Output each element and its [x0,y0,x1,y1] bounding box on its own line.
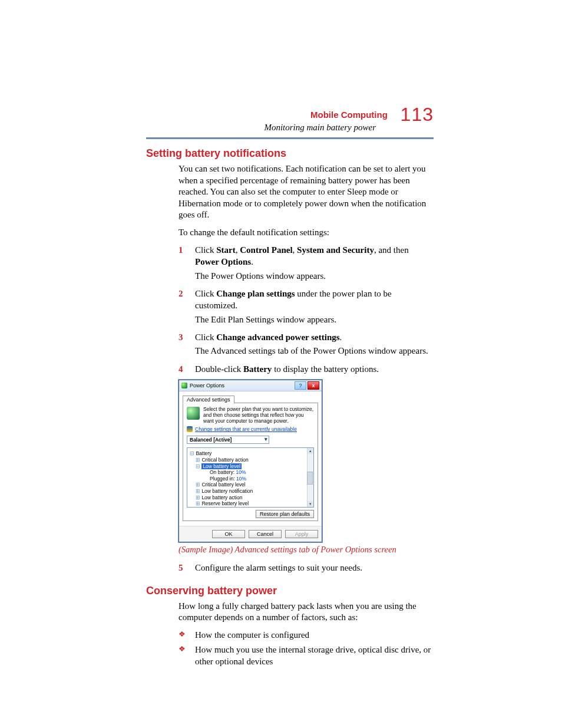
settings-tree[interactable]: ⊟ Battery ⊞ Critical battery action⊟ Low… [187,447,314,508]
scroll-up-icon[interactable]: ▴ [308,448,313,454]
dialog-title: Power Options [190,383,293,388]
step-number: 2 [178,288,195,312]
tree-item[interactable]: ⊞ Low battery notification [190,488,311,495]
power-icon [181,383,187,388]
ok-button[interactable]: OK [212,530,245,538]
step-2-result: The Edit Plan Settings window appears. [195,314,434,326]
tree-item[interactable]: On battery: 10% [190,469,311,476]
section2-intro: How long a fully charged battery pack la… [178,601,434,624]
step-number: 1 [178,244,195,268]
power-options-dialog: Power Options ? x Advanced settings Sele… [178,380,322,542]
tree-item[interactable]: ⊞ Reserve battery level [190,500,311,507]
step-3: 3 Click Change advanced power settings. [178,331,434,343]
header-rule [146,137,434,139]
bold-change-advanced: Change advanced power settings [216,332,339,342]
diamond-bullet-icon: ❖ [178,644,195,667]
section-subtitle: Monitoring main battery power [146,123,434,133]
dialog-titlebar[interactable]: Power Options ? x [179,380,322,391]
step-2: 2 Click Change plan settings under the p… [178,288,434,312]
bold-system-security: System and Security [297,245,374,255]
image-caption: (Sample Image) Advanced settings tab of … [178,545,434,555]
step-4: 4 Double-click Battery to display the ba… [178,363,434,375]
chapter-title: Mobile Computing [310,110,388,120]
bullet-text: How the computer is configured [195,630,434,641]
tree-item[interactable]: ⊞ Critical battery level [190,482,311,488]
bold-change-plan-settings: Change plan settings [216,289,295,298]
apply-button[interactable]: Apply [285,530,318,538]
step-3-result: The Advanced settings tab of the Power O… [195,345,434,357]
tab-advanced-settings[interactable]: Advanced settings [183,396,234,404]
step-number: 3 [178,331,195,343]
lead-in-text: To change the default notification setti… [178,227,434,239]
step-5: 5 Configure the alarm settings to suit y… [178,562,434,574]
plan-select[interactable]: Balanced [Active] [187,436,269,444]
tree-item[interactable]: ⊟ Low battery level [190,463,311,470]
scroll-down-icon[interactable]: ▾ [308,501,313,507]
step-text: Click [195,245,216,255]
power-plan-icon [187,407,200,420]
cancel-button[interactable]: Cancel [249,530,282,538]
heading-conserving-battery-power: Conserving battery power [146,585,434,597]
intro-paragraph: You can set two notifications. Each noti… [178,163,434,221]
step-number: 5 [178,562,195,574]
tree-item[interactable]: Plugged in: 10% [190,476,311,482]
scroll-thumb[interactable] [307,472,313,485]
step-1-result: The Power Options window appears. [195,271,434,282]
dialog-description: Select the power plan that you want to c… [203,407,314,424]
tree-root-battery[interactable]: Battery [196,450,211,456]
bold-start: Start [216,245,236,255]
tree-item[interactable]: ⊞ Critical battery action [190,457,311,463]
step-text: Configure the alarm settings to suit you… [195,562,434,574]
diamond-bullet-icon: ❖ [178,630,195,641]
tree-item[interactable]: ⊞ Low battery action [190,495,311,501]
shield-icon [187,426,193,432]
bold-control-panel: Control Panel [240,245,292,255]
page-number: 113 [401,104,434,125]
bold-battery: Battery [243,364,272,374]
step-number: 4 [178,363,195,375]
bullet-item: ❖How much you use the internal storage d… [178,644,434,667]
help-button[interactable]: ? [295,381,306,390]
close-button[interactable]: x [308,381,319,390]
restore-defaults-button[interactable]: Restore plan defaults [256,510,314,518]
bullet-item: ❖How the computer is configured [178,630,434,641]
heading-setting-battery-notifications: Setting battery notifications [146,147,434,160]
step-1: 1 Click Start, Control Panel, System and… [178,244,434,268]
change-unavailable-link[interactable]: Change settings that are currently unava… [195,426,297,432]
bold-power-options: Power Options [195,257,251,266]
bullet-text: How much you use the internal storage dr… [195,644,434,667]
